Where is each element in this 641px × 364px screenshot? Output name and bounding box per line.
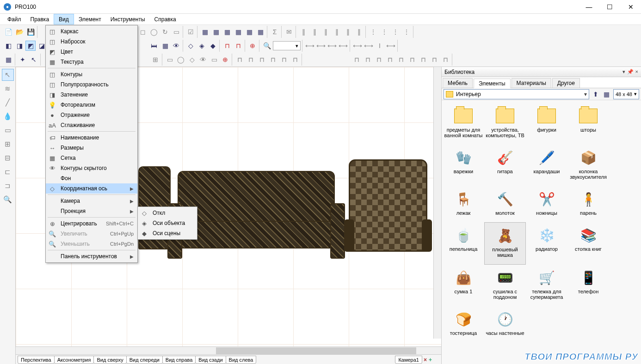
menu-item-Отражение[interactable]: ●Отражение xyxy=(46,110,137,120)
menu-item-Наименование[interactable]: 🏷Наименование xyxy=(46,133,137,143)
menu-item-Фон[interactable]: Фон xyxy=(46,173,137,183)
sphere-icon[interactable]: ◯ xyxy=(149,27,159,37)
add-tab-icon[interactable]: + xyxy=(429,357,432,363)
view-tab-Вид слева[interactable]: Вид слева xyxy=(226,356,257,364)
menu-Файл[interactable]: Файл xyxy=(3,14,26,24)
align-icon[interactable]: ‖ xyxy=(354,27,364,37)
dim-icon[interactable]: I xyxy=(375,41,385,51)
menu-Инструменты[interactable]: Инструменты xyxy=(106,14,150,24)
close-tab-icon[interactable]: × xyxy=(424,357,427,363)
pin-icon[interactable]: 📌 xyxy=(627,69,634,75)
dim-icon[interactable]: ⟷ xyxy=(386,41,396,51)
menu-item-Набросок[interactable]: ◫Набросок xyxy=(46,36,137,47)
lib-item[interactable]: 📚стопка книг xyxy=(567,222,609,265)
menu-Вид[interactable]: Вид xyxy=(54,14,74,24)
menu-item-Сетка[interactable]: ▦Сетка xyxy=(46,153,137,163)
op-icon[interactable]: ⊓ xyxy=(385,55,395,65)
open-file-icon[interactable]: 📂 xyxy=(14,27,25,37)
tool-icon[interactable]: ◻ xyxy=(138,27,148,37)
op-icon[interactable]: ⊓ xyxy=(246,55,256,65)
op-icon[interactable]: ⊓ xyxy=(363,55,373,65)
dist-icon[interactable]: ⋮ xyxy=(390,27,401,37)
view-tab-Вид справа[interactable]: Вид справа xyxy=(162,356,196,364)
op-icon[interactable]: ⊓ xyxy=(374,55,384,65)
axis-icon[interactable]: ✦ xyxy=(18,55,28,65)
lib-item[interactable]: 📦колонка звукоусилителя xyxy=(567,145,609,186)
op-icon[interactable]: ⊓ xyxy=(268,55,278,65)
lib-tab-Материалы[interactable]: Материалы xyxy=(512,78,551,88)
line-tool-icon[interactable]: ╱ xyxy=(2,97,14,109)
cube-icon[interactable]: ◨ xyxy=(14,41,25,51)
lib-item[interactable]: 🔨молоток xyxy=(484,186,526,222)
diamond-icon[interactable]: ◈ xyxy=(197,41,207,51)
menu-item-Каркас[interactable]: ◫Каркас xyxy=(46,26,137,36)
target-icon[interactable]: ⊕ xyxy=(247,41,258,51)
lib-item[interactable]: 👜сумка 1 xyxy=(443,265,484,306)
diamond-icon[interactable]: ◆ xyxy=(208,41,218,51)
menu-Элемент[interactable]: Элемент xyxy=(74,14,106,24)
menu-item-Проекция[interactable]: Проекция▶ xyxy=(46,206,137,216)
snap-icon[interactable]: ▦ xyxy=(3,55,13,65)
tool-icon[interactable]: ⊏ xyxy=(2,166,14,178)
align-icon[interactable]: ‖ xyxy=(298,27,308,37)
vertical-scrollbar[interactable] xyxy=(433,67,441,339)
dropper-tool-icon[interactable]: 💧 xyxy=(2,110,14,122)
op-icon[interactable]: ⊓ xyxy=(396,55,406,65)
layout4-icon[interactable]: ▦ xyxy=(233,27,243,37)
camera-tab[interactable]: Камера1 xyxy=(395,356,422,364)
submenu-item-Оси сцены[interactable]: ◆Оси сцены xyxy=(138,228,197,238)
lib-tab-Мебель[interactable]: Мебель xyxy=(443,78,473,88)
refresh-icon[interactable]: ↻ xyxy=(160,27,170,37)
lib-item[interactable]: 🍞тостерница xyxy=(443,306,484,342)
lib-item[interactable]: 🍵пепельница xyxy=(443,222,484,265)
submenu-item-Оси объекта[interactable]: ◈Оси объекта xyxy=(138,218,197,228)
menu-item-Текстура[interactable]: ▦Текстура xyxy=(46,57,137,67)
lib-item[interactable]: 🛒тележка для супермаркета xyxy=(526,265,567,306)
lib-item[interactable]: предметы для ванной комнаты xyxy=(443,103,484,145)
thumb-size-selector[interactable]: 48 x 48▾ xyxy=(613,89,639,99)
horizontal-scrollbar[interactable] xyxy=(16,346,441,354)
view-tab-Вид сверху[interactable]: Вид сверху xyxy=(93,356,126,364)
library-path-combo[interactable]: Интерьер ▾ xyxy=(444,89,589,99)
bed-icon[interactable]: 🛏 xyxy=(149,41,159,51)
layout5-icon[interactable]: ▦ xyxy=(244,27,254,37)
submenu-item-Откл[interactable]: ◇Откл xyxy=(138,208,197,218)
image-icon[interactable]: ▭ xyxy=(171,27,181,37)
mail-icon[interactable]: ✉ xyxy=(284,27,294,37)
layout2-icon[interactable]: ▦ xyxy=(211,27,221,37)
view-tab-Перспектива[interactable]: Перспектива xyxy=(18,356,55,364)
view-tab-Аксонометрия[interactable]: Аксонометрия xyxy=(54,356,94,364)
op-icon[interactable]: ⊓ xyxy=(429,55,439,65)
lib-item[interactable]: 🧍парень xyxy=(567,186,609,222)
save-icon[interactable]: 💾 xyxy=(25,27,36,37)
shape-icon[interactable]: ▭ xyxy=(209,55,219,65)
zoom-icon[interactable]: 🔍 xyxy=(262,41,272,51)
shape-icon[interactable]: ▭ xyxy=(165,55,175,65)
dim-icon[interactable]: ⟷ xyxy=(338,41,348,51)
grid-icon[interactable]: ▦ xyxy=(160,41,170,51)
menu-item-Координатная ось[interactable]: ◇Координатная ось▶ xyxy=(46,183,137,194)
lib-item[interactable]: 🧤варежки xyxy=(443,145,484,186)
close-button[interactable]: ✕ xyxy=(620,0,641,14)
menu-Правка[interactable]: Правка xyxy=(26,14,54,24)
sigma-icon[interactable]: Σ xyxy=(270,27,280,37)
tool-icon[interactable]: ⊟ xyxy=(2,152,14,164)
layout3-icon[interactable]: ▦ xyxy=(222,27,232,37)
select-tool-icon[interactable]: ↖ xyxy=(2,69,14,81)
op-icon[interactable]: ⊓ xyxy=(407,55,417,65)
view-icon[interactable]: ▦ xyxy=(602,89,611,99)
op-icon[interactable]: ⊓ xyxy=(257,55,267,65)
lib-item[interactable]: шторы xyxy=(567,103,609,145)
maximize-button[interactable]: ☐ xyxy=(599,0,620,14)
menu-item-Затенение[interactable]: ◨Затенение xyxy=(46,90,137,100)
lib-tab-Элементы[interactable]: Элементы xyxy=(474,79,511,88)
measure-tool-icon[interactable]: ≋ xyxy=(2,83,14,95)
menu-item-Сглаживание[interactable]: aAСглаживание xyxy=(46,120,137,130)
cube-icon[interactable]: ◩ xyxy=(25,41,36,51)
tool-icon[interactable]: ⊐ xyxy=(2,180,14,192)
align-icon[interactable]: ‖ xyxy=(320,27,331,37)
shape-icon[interactable]: ◯ xyxy=(176,55,186,65)
align-icon[interactable]: ‖ xyxy=(309,27,320,37)
dim-icon[interactable]: ⟷ xyxy=(327,41,337,51)
diamond-icon[interactable]: ◇ xyxy=(185,41,196,51)
